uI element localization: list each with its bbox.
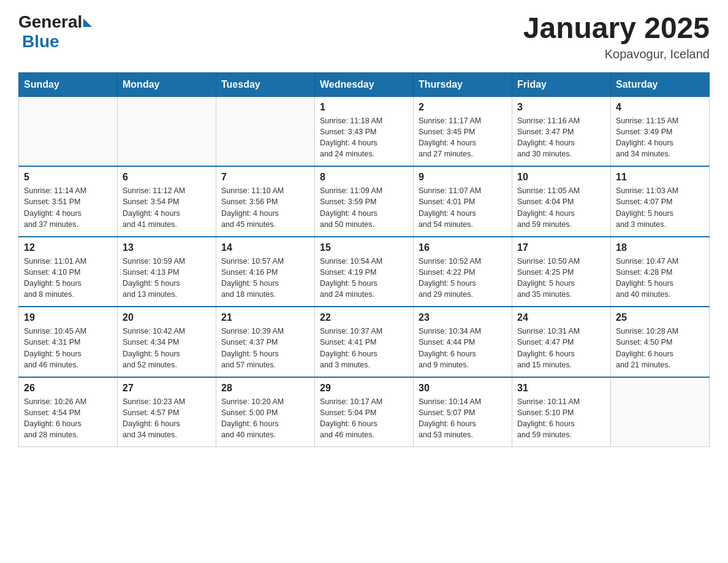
- calendar-cell: 5Sunrise: 11:14 AM Sunset: 3:51 PM Dayli…: [19, 166, 118, 237]
- day-number: 17: [517, 242, 605, 253]
- day-info: Sunrise: 10:20 AM Sunset: 5:00 PM Daylig…: [221, 396, 309, 441]
- logo-general-text: General: [18, 12, 82, 32]
- day-info: Sunrise: 10:52 AM Sunset: 4:22 PM Daylig…: [419, 256, 507, 301]
- calendar-cell: 8Sunrise: 11:09 AM Sunset: 3:59 PM Dayli…: [315, 166, 414, 237]
- calendar-cell: 20Sunrise: 10:42 AM Sunset: 4:34 PM Dayl…: [118, 307, 216, 377]
- day-info: Sunrise: 10:47 AM Sunset: 4:28 PM Daylig…: [616, 256, 704, 301]
- calendar-table: SundayMondayTuesdayWednesdayThursdayFrid…: [18, 72, 710, 448]
- calendar-subtitle: Kopavogur, Iceland: [523, 47, 710, 61]
- logo: General Blue: [18, 12, 92, 52]
- page-header: General Blue January 2025 Kopavogur, Ice…: [18, 12, 710, 61]
- day-number: 2: [419, 102, 507, 113]
- calendar-cell: 1Sunrise: 11:18 AM Sunset: 3:43 PM Dayli…: [315, 96, 414, 166]
- day-info: Sunrise: 10:28 AM Sunset: 4:50 PM Daylig…: [616, 326, 704, 370]
- calendar-cell: 13Sunrise: 10:59 AM Sunset: 4:13 PM Dayl…: [118, 237, 216, 307]
- calendar-cell: [216, 96, 315, 166]
- day-number: 22: [320, 312, 408, 323]
- calendar-cell: 11Sunrise: 11:03 AM Sunset: 4:07 PM Dayl…: [611, 166, 710, 237]
- day-number: 10: [517, 172, 605, 183]
- day-number: 30: [419, 383, 507, 394]
- day-number: 9: [419, 172, 507, 183]
- day-info: Sunrise: 10:39 AM Sunset: 4:37 PM Daylig…: [221, 326, 309, 370]
- calendar-cell: 31Sunrise: 10:11 AM Sunset: 5:10 PM Dayl…: [512, 377, 611, 447]
- day-number: 13: [123, 242, 211, 253]
- day-number: 21: [221, 312, 309, 323]
- title-block: January 2025 Kopavogur, Iceland: [523, 12, 710, 61]
- calendar-cell: 15Sunrise: 10:54 AM Sunset: 4:19 PM Dayl…: [315, 237, 414, 307]
- calendar-cell: 22Sunrise: 10:37 AM Sunset: 4:41 PM Dayl…: [315, 307, 414, 377]
- calendar-week-row: 1Sunrise: 11:18 AM Sunset: 3:43 PM Dayli…: [19, 96, 710, 166]
- day-number: 12: [24, 242, 112, 253]
- calendar-cell: 29Sunrise: 10:17 AM Sunset: 5:04 PM Dayl…: [315, 377, 414, 447]
- day-info: Sunrise: 10:37 AM Sunset: 4:41 PM Daylig…: [320, 326, 408, 370]
- calendar-cell: 17Sunrise: 10:50 AM Sunset: 4:25 PM Dayl…: [512, 237, 611, 307]
- day-number: 25: [616, 312, 704, 323]
- day-number: 24: [517, 312, 605, 323]
- calendar-cell: 27Sunrise: 10:23 AM Sunset: 4:57 PM Dayl…: [118, 377, 216, 447]
- calendar-cell: 9Sunrise: 11:07 AM Sunset: 4:01 PM Dayli…: [414, 166, 512, 237]
- day-info: Sunrise: 11:07 AM Sunset: 4:01 PM Daylig…: [419, 185, 507, 230]
- day-info: Sunrise: 10:57 AM Sunset: 4:16 PM Daylig…: [221, 256, 309, 301]
- calendar-cell: [611, 377, 710, 447]
- day-number: 3: [517, 102, 605, 113]
- calendar-cell: 18Sunrise: 10:47 AM Sunset: 4:28 PM Dayl…: [611, 237, 710, 307]
- day-number: 31: [517, 383, 605, 394]
- day-info: Sunrise: 11:18 AM Sunset: 3:43 PM Daylig…: [320, 115, 408, 160]
- day-info: Sunrise: 11:10 AM Sunset: 3:56 PM Daylig…: [221, 185, 309, 230]
- day-info: Sunrise: 10:31 AM Sunset: 4:47 PM Daylig…: [517, 326, 605, 370]
- day-info: Sunrise: 10:14 AM Sunset: 5:07 PM Daylig…: [419, 396, 507, 441]
- calendar-cell: 24Sunrise: 10:31 AM Sunset: 4:47 PM Dayl…: [512, 307, 611, 377]
- day-number: 6: [123, 172, 211, 183]
- calendar-cell: 7Sunrise: 11:10 AM Sunset: 3:56 PM Dayli…: [216, 166, 315, 237]
- weekday-header-thursday: Thursday: [414, 72, 512, 96]
- day-number: 15: [320, 242, 408, 253]
- day-number: 26: [24, 383, 112, 394]
- weekday-header-friday: Friday: [512, 72, 611, 96]
- calendar-title: January 2025: [523, 12, 710, 45]
- day-info: Sunrise: 10:54 AM Sunset: 4:19 PM Daylig…: [320, 256, 408, 301]
- calendar-cell: 3Sunrise: 11:16 AM Sunset: 3:47 PM Dayli…: [512, 96, 611, 166]
- day-info: Sunrise: 11:12 AM Sunset: 3:54 PM Daylig…: [123, 185, 211, 230]
- day-number: 18: [616, 242, 704, 253]
- day-info: Sunrise: 10:26 AM Sunset: 4:54 PM Daylig…: [24, 396, 112, 441]
- calendar-cell: 30Sunrise: 10:14 AM Sunset: 5:07 PM Dayl…: [414, 377, 512, 447]
- day-info: Sunrise: 10:34 AM Sunset: 4:44 PM Daylig…: [419, 326, 507, 370]
- day-number: 20: [123, 312, 211, 323]
- calendar-week-row: 12Sunrise: 11:01 AM Sunset: 4:10 PM Dayl…: [19, 237, 710, 307]
- calendar-cell: 12Sunrise: 11:01 AM Sunset: 4:10 PM Dayl…: [19, 237, 118, 307]
- calendar-cell: 10Sunrise: 11:05 AM Sunset: 4:04 PM Dayl…: [512, 166, 611, 237]
- calendar-cell: 28Sunrise: 10:20 AM Sunset: 5:00 PM Dayl…: [216, 377, 315, 447]
- weekday-header-wednesday: Wednesday: [315, 72, 414, 96]
- calendar-cell: 16Sunrise: 10:52 AM Sunset: 4:22 PM Dayl…: [414, 237, 512, 307]
- weekday-header-saturday: Saturday: [611, 72, 710, 96]
- day-info: Sunrise: 11:03 AM Sunset: 4:07 PM Daylig…: [616, 185, 704, 230]
- day-info: Sunrise: 10:50 AM Sunset: 4:25 PM Daylig…: [517, 256, 605, 301]
- day-number: 16: [419, 242, 507, 253]
- weekday-header-row: SundayMondayTuesdayWednesdayThursdayFrid…: [19, 72, 710, 96]
- day-info: Sunrise: 11:14 AM Sunset: 3:51 PM Daylig…: [24, 185, 112, 230]
- weekday-header-tuesday: Tuesday: [216, 72, 315, 96]
- day-number: 1: [320, 102, 408, 113]
- day-number: 8: [320, 172, 408, 183]
- calendar-cell: 25Sunrise: 10:28 AM Sunset: 4:50 PM Dayl…: [611, 307, 710, 377]
- day-info: Sunrise: 10:42 AM Sunset: 4:34 PM Daylig…: [123, 326, 211, 370]
- calendar-cell: 14Sunrise: 10:57 AM Sunset: 4:16 PM Dayl…: [216, 237, 315, 307]
- calendar-cell: [19, 96, 118, 166]
- day-info: Sunrise: 10:59 AM Sunset: 4:13 PM Daylig…: [123, 256, 211, 301]
- day-number: 14: [221, 242, 309, 253]
- day-number: 27: [123, 383, 211, 394]
- weekday-header-monday: Monday: [118, 72, 216, 96]
- logo-blue-text: Blue: [22, 32, 59, 51]
- day-number: 4: [616, 102, 704, 113]
- day-info: Sunrise: 10:11 AM Sunset: 5:10 PM Daylig…: [517, 396, 605, 441]
- calendar-week-row: 19Sunrise: 10:45 AM Sunset: 4:31 PM Dayl…: [19, 307, 710, 377]
- day-info: Sunrise: 11:01 AM Sunset: 4:10 PM Daylig…: [24, 256, 112, 301]
- day-info: Sunrise: 10:17 AM Sunset: 5:04 PM Daylig…: [320, 396, 408, 441]
- calendar-cell: 2Sunrise: 11:17 AM Sunset: 3:45 PM Dayli…: [414, 96, 512, 166]
- day-info: Sunrise: 10:45 AM Sunset: 4:31 PM Daylig…: [24, 326, 112, 370]
- day-number: 28: [221, 383, 309, 394]
- day-info: Sunrise: 11:16 AM Sunset: 3:47 PM Daylig…: [517, 115, 605, 160]
- day-info: Sunrise: 11:17 AM Sunset: 3:45 PM Daylig…: [419, 115, 507, 160]
- day-info: Sunrise: 11:09 AM Sunset: 3:59 PM Daylig…: [320, 185, 408, 230]
- calendar-cell: 26Sunrise: 10:26 AM Sunset: 4:54 PM Dayl…: [19, 377, 118, 447]
